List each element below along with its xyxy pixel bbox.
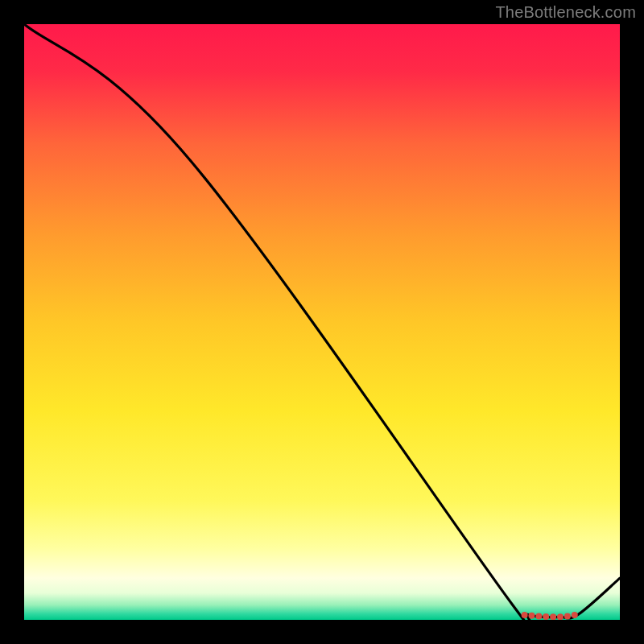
marker-dot bbox=[550, 613, 556, 620]
marker-dot bbox=[572, 612, 578, 618]
gradient-background bbox=[24, 24, 620, 620]
marker-dot bbox=[543, 613, 549, 620]
marker-dot bbox=[557, 613, 564, 620]
attribution-text: TheBottleneck.com bbox=[495, 3, 636, 22]
marker-dot bbox=[564, 613, 571, 620]
plot-area bbox=[24, 24, 620, 620]
marker-dot bbox=[535, 613, 542, 620]
chart-svg bbox=[24, 24, 620, 620]
marker-dot bbox=[522, 612, 528, 618]
chart-container: TheBottleneck.com bbox=[0, 0, 644, 644]
marker-dot bbox=[528, 613, 535, 619]
